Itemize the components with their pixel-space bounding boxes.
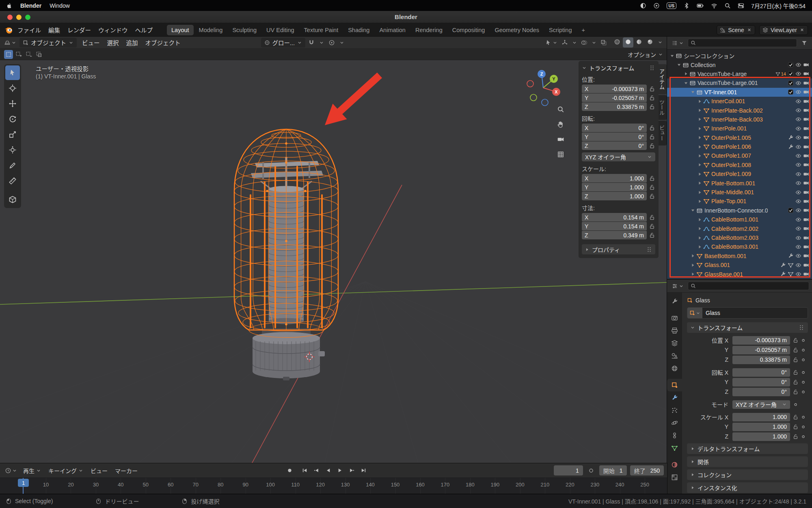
disclosure-icon[interactable] [690, 271, 696, 277]
show-gizmos-toggle[interactable] [560, 39, 570, 47]
tool-cursor[interactable] [5, 81, 20, 96]
hide-toggle[interactable] [795, 62, 801, 68]
disclosure-icon[interactable] [669, 53, 676, 59]
lock-icon[interactable] [649, 184, 655, 191]
mode-selector[interactable]: オブジェクト [19, 38, 77, 48]
render-visibility-toggle[interactable] [803, 244, 809, 250]
value-field-z[interactable]: Z0° [582, 141, 647, 150]
render-visibility-toggle[interactable] [803, 153, 809, 159]
lock-icon[interactable] [793, 424, 799, 430]
animate-dot[interactable] [800, 347, 806, 353]
perspective-toggle[interactable] [555, 149, 566, 160]
value-field-x[interactable]: X-0.000373 m [582, 85, 647, 93]
animate-dot[interactable] [800, 434, 806, 440]
disclosure-icon[interactable] [697, 190, 703, 195]
outliner-row[interactable]: OuterPole1.007 [667, 151, 812, 160]
properties-tab-render[interactable] [667, 312, 682, 324]
tool-select-box[interactable] [5, 65, 20, 80]
disclosure-icon[interactable] [697, 162, 703, 167]
hide-toggle[interactable] [795, 189, 801, 195]
outliner-row[interactable]: InnerBottom-Connector.0 [667, 206, 812, 215]
select-mode-new[interactable] [4, 50, 13, 59]
animate-dot[interactable] [800, 369, 806, 376]
scene-selector[interactable]: Scene [717, 25, 755, 35]
select-mode-subtract[interactable] [24, 50, 33, 59]
current-frame-field[interactable]: 1 [554, 465, 583, 475]
tab-shading[interactable]: Shading [343, 25, 374, 35]
gizmos-dropdown[interactable] [570, 39, 579, 46]
toggle-xray[interactable] [599, 39, 609, 47]
disclosure-icon[interactable] [690, 89, 696, 95]
hide-toggle[interactable] [795, 217, 801, 223]
collapsed-section-1[interactable]: 関係 [687, 456, 808, 467]
collapsed-section-2[interactable]: コレクション [687, 469, 808, 480]
properties-tab-world[interactable] [667, 362, 682, 375]
outliner-row[interactable]: Plate-Middle.001 [667, 188, 812, 197]
value-field[interactable]: -0.000373 m [732, 336, 790, 345]
shading-material-button[interactable] [634, 37, 644, 48]
timeline-ruler[interactable]: 1 10203040506070809010011012013014015016… [0, 478, 667, 494]
value-field[interactable]: 0.33875 m [732, 356, 790, 364]
render-visibility-toggle[interactable] [803, 171, 809, 177]
shading-solid-button[interactable] [623, 37, 633, 48]
prev-keyframe-button[interactable] [311, 465, 322, 476]
value-field[interactable]: 1.000 [732, 423, 790, 431]
hide-toggle[interactable] [795, 107, 801, 113]
lock-icon[interactable] [793, 347, 799, 353]
outliner-row[interactable]: InnerCoil.001 [667, 97, 812, 106]
editor-type-button[interactable] [3, 467, 19, 475]
properties-tab-scene[interactable] [667, 350, 682, 362]
viewport-canvas[interactable] [0, 60, 667, 463]
tab-sculpting[interactable]: Sculpting [228, 25, 261, 35]
lock-icon[interactable] [649, 175, 655, 182]
play-reverse-button[interactable] [323, 465, 334, 476]
outliner-row[interactable]: VaccumTube-Large.001 [667, 78, 812, 87]
select-mode-extend[interactable] [14, 50, 23, 59]
sidebar-tab-0[interactable]: アイテム [659, 64, 667, 94]
modifier-icon[interactable] [780, 271, 786, 277]
properties-tab-modifiers[interactable] [667, 391, 682, 404]
outliner-row[interactable]: CableBottom3.001 [667, 242, 812, 251]
disclosure-icon[interactable] [697, 108, 703, 113]
value-field-x[interactable]: X0° [582, 124, 647, 132]
next-keyframe-button[interactable] [346, 465, 357, 476]
tab-rendering[interactable]: Rendering [411, 25, 447, 35]
render-visibility-toggle[interactable] [803, 98, 809, 104]
hide-toggle[interactable] [795, 144, 801, 150]
unlink-scene-icon[interactable] [747, 27, 752, 33]
hide-toggle[interactable] [795, 135, 801, 141]
disclosure-icon[interactable] [697, 144, 703, 150]
disclosure-icon[interactable] [697, 99, 703, 104]
record-button[interactable] [284, 465, 295, 476]
outliner-row[interactable]: Plate-Bottom.001 [667, 178, 812, 187]
value-field[interactable]: 0° [732, 378, 790, 386]
vacuum-tube-model[interactable] [234, 129, 338, 380]
render-visibility-toggle[interactable] [803, 217, 809, 223]
hide-toggle[interactable] [795, 262, 801, 268]
hide-toggle[interactable] [795, 235, 801, 241]
hide-toggle[interactable] [795, 226, 801, 232]
render-visibility-toggle[interactable] [803, 235, 809, 241]
hide-toggle[interactable] [795, 198, 801, 204]
outliner-row[interactable]: CableBottom2.002 [667, 224, 812, 233]
menu-view[interactable]: ビュー [87, 465, 111, 476]
lock-icon[interactable] [793, 414, 799, 420]
checkbox[interactable] [788, 80, 794, 86]
filter-button[interactable] [799, 39, 809, 47]
axis-negx-ball[interactable] [527, 80, 533, 87]
editor-type-button[interactable] [670, 282, 685, 290]
shading-dropdown[interactable] [656, 38, 665, 47]
blender-logo[interactable] [4, 26, 13, 35]
sidebar-tab-2[interactable]: ビュー [659, 121, 667, 145]
lock-icon[interactable] [793, 357, 799, 363]
outliner-row[interactable]: OuterPole1.009 [667, 169, 812, 178]
value-field-y[interactable]: Y-0.025057 m [582, 93, 647, 102]
lock-icon[interactable] [649, 223, 655, 230]
render-visibility-toggle[interactable] [803, 126, 809, 132]
render-visibility-toggle[interactable] [803, 62, 809, 68]
transform-orientation-selector[interactable]: グロー... [261, 38, 306, 48]
value-field-x[interactable]: X1.000 [582, 174, 647, 182]
value-field-z[interactable]: Z0.349 m [582, 231, 647, 239]
proportional-editing-toggle[interactable] [327, 39, 337, 47]
animate-dot[interactable] [800, 414, 806, 420]
